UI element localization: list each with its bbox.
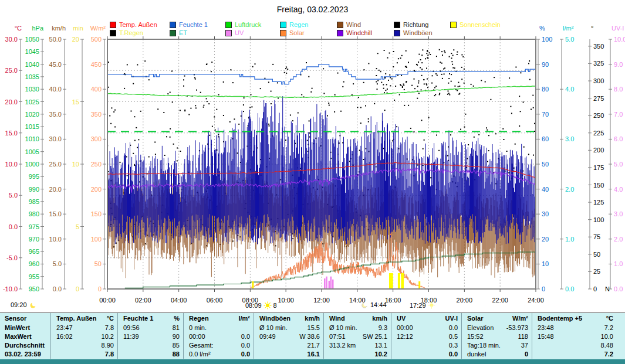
cell-value: 0.3 xyxy=(449,342,458,349)
moonrise-annotation: 14:44 xyxy=(361,301,387,308)
svg-text:6.0: 6.0 xyxy=(614,135,623,142)
table-cell: 16:0210.2 xyxy=(50,332,117,341)
table-cell: 11:3990 xyxy=(117,332,183,341)
table-cell: Gesamt:0.0 xyxy=(183,341,254,349)
cell-value: 0.0 xyxy=(241,351,250,358)
table-cell: 85 xyxy=(117,341,183,349)
table-cell: 09:49W 38.6 xyxy=(254,332,323,341)
svg-text:400: 400 xyxy=(91,86,102,93)
svg-text:40.0: 40.0 xyxy=(49,86,62,93)
svg-text:0: 0 xyxy=(542,285,545,292)
svg-text:275: 275 xyxy=(593,95,604,102)
sunrise-annotation: 08:09 8 xyxy=(245,301,277,309)
cell-time: 16:02 xyxy=(56,333,73,340)
cell-time: 12:12 xyxy=(397,333,413,340)
cell-value: 8.90 xyxy=(102,342,114,349)
table-cell: 21.7 xyxy=(254,341,323,349)
svg-text:10.0: 10.0 xyxy=(5,161,18,168)
svg-text:70: 70 xyxy=(542,111,549,118)
svg-text:5.0: 5.0 xyxy=(565,36,574,43)
stats-table: SensorTemp. Außen°CFeuchte 1%Regenl/m²Wi… xyxy=(0,312,625,360)
svg-text:km/h: km/h xyxy=(52,25,66,32)
svg-text:10: 10 xyxy=(542,260,549,267)
cell-value: 0.0 xyxy=(241,342,250,349)
svg-text:25.0: 25.0 xyxy=(5,67,18,74)
cell-value: 16.1 xyxy=(308,351,320,358)
svg-text:100: 100 xyxy=(593,216,604,223)
cell-value: 8.48 xyxy=(601,342,613,349)
table-cell: 07:51SW 25.1 xyxy=(323,332,391,341)
table-cell: 313.2 km13.1 xyxy=(323,341,391,349)
cell-time: dunkel xyxy=(467,351,486,358)
svg-text:50: 50 xyxy=(593,251,600,258)
svg-text:0.0: 0.0 xyxy=(614,285,623,292)
svg-text:24:00: 24:00 xyxy=(528,297,544,304)
cell-time: 09:49 xyxy=(259,333,276,340)
table-cell: 7.2 xyxy=(532,349,625,359)
cell-value: 90 xyxy=(173,333,180,340)
svg-text:02:00: 02:00 xyxy=(135,297,151,304)
svg-text:35.0: 35.0 xyxy=(49,111,62,118)
svg-text:960: 960 xyxy=(29,260,39,267)
moonset-time: 09:20 xyxy=(11,301,27,308)
weather-report-window: Freitag, 03.02.2023 Temp. AußenFeuchte 1… xyxy=(0,0,625,364)
svg-text:1010: 1010 xyxy=(25,135,39,142)
cell-time: 23:48 xyxy=(538,324,554,331)
svg-text:20:00: 20:00 xyxy=(457,297,473,304)
table-cell: Ø 10 min.9.3 xyxy=(323,323,391,332)
svg-text:min: min xyxy=(73,25,83,32)
svg-text:500: 500 xyxy=(91,36,102,43)
svg-text:60: 60 xyxy=(542,135,549,142)
svg-text:50.0: 50.0 xyxy=(49,36,62,43)
cell-time: Ø 10 min. xyxy=(259,324,288,331)
svg-text:25: 25 xyxy=(593,268,600,275)
svg-text:5.0: 5.0 xyxy=(9,192,18,199)
svg-text:1040: 1040 xyxy=(25,61,39,68)
svg-text:45.0: 45.0 xyxy=(49,61,62,68)
svg-text:100: 100 xyxy=(91,236,102,243)
sensor-name: UV xyxy=(397,315,406,322)
sensor-name: Feuchte 1 xyxy=(123,315,153,322)
svg-text:1020: 1020 xyxy=(25,111,39,118)
sunset-annotation: 17:29 xyxy=(410,301,435,309)
sensor-unit: l/m² xyxy=(238,315,250,322)
svg-text:-10.0: -10.0 xyxy=(3,285,18,292)
svg-text:225: 225 xyxy=(593,130,604,137)
svg-text:30.0: 30.0 xyxy=(49,135,62,142)
svg-text:20.0: 20.0 xyxy=(5,98,18,106)
table-cell: Tag:18 min.37 xyxy=(461,341,532,349)
sun-icon xyxy=(263,301,272,309)
table-row-label: MaxWert xyxy=(0,332,50,341)
svg-text:350: 350 xyxy=(593,43,604,50)
svg-text:W/m²: W/m² xyxy=(90,25,106,32)
svg-text:15.0: 15.0 xyxy=(5,130,18,137)
svg-text:%: % xyxy=(539,25,545,32)
svg-text:9.0: 9.0 xyxy=(614,61,623,68)
table-cell: 0.0 xyxy=(391,349,461,359)
cell-value: 10.2 xyxy=(102,333,114,340)
cell-value: 7.8 xyxy=(105,351,114,358)
svg-text:1025: 1025 xyxy=(25,98,39,106)
svg-text:3.0: 3.0 xyxy=(565,135,574,142)
table-col-header: Windkm/h xyxy=(323,313,391,323)
moon-icon xyxy=(29,302,38,308)
svg-text:75: 75 xyxy=(593,233,600,240)
cell-value: 81 xyxy=(173,324,180,331)
cell-value: 0 xyxy=(525,351,528,358)
sensor-unit: % xyxy=(174,315,180,322)
svg-text:985: 985 xyxy=(29,198,39,205)
moonrise-time: 14:44 xyxy=(370,301,387,308)
sensor-unit: °C xyxy=(606,315,613,322)
svg-text:90: 90 xyxy=(542,61,549,68)
svg-text:5.0: 5.0 xyxy=(614,161,623,168)
cell-time: Elevation xyxy=(467,324,494,331)
sensor-name: Wind xyxy=(329,315,345,322)
svg-text:300: 300 xyxy=(91,135,102,142)
svg-text:955: 955 xyxy=(29,273,39,280)
cell-value: 21.7 xyxy=(308,342,320,349)
svg-text:l/m²: l/m² xyxy=(563,25,574,32)
svg-text:12:00: 12:00 xyxy=(313,297,330,304)
sensor-name: Bodentemp +5 xyxy=(538,315,582,322)
svg-text:980: 980 xyxy=(29,210,39,217)
cell-time: 07:51 xyxy=(329,333,346,340)
